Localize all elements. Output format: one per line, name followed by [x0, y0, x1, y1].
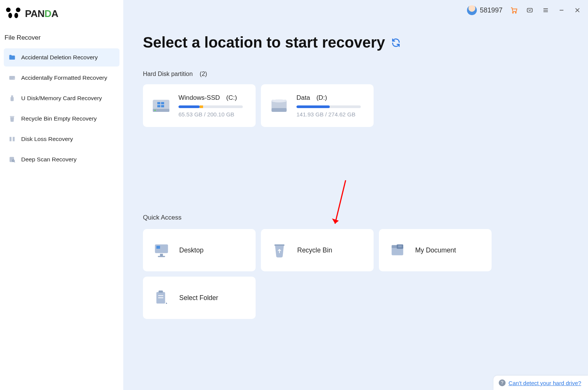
svg-point-1	[14, 79, 14, 79]
sidebar-item-usb[interactable]: U Disk/Memory Card Recovery	[4, 89, 119, 107]
menu-button[interactable]	[541, 6, 550, 15]
sidebar-item-recycle[interactable]: Recycle Bin Empty Recovery	[4, 110, 119, 128]
sidebar-nav: Accidental Deletion Recovery Accidentall…	[4, 48, 119, 171]
partition-section-label: Hard Disk partition (2)	[143, 71, 567, 77]
quick-card-desktop[interactable]: Desktop	[143, 229, 256, 271]
svg-rect-4	[10, 116, 14, 117]
topbar: 581997	[123, 0, 588, 19]
sidebar-item-deep-scan[interactable]: Deep Scan Recovery	[4, 150, 119, 169]
cart-button[interactable]	[509, 6, 518, 15]
svg-rect-24	[272, 108, 287, 112]
svg-rect-30	[275, 245, 285, 246]
svg-rect-2	[11, 96, 13, 97]
refresh-button[interactable]	[391, 38, 401, 48]
inbox-button[interactable]	[525, 6, 534, 15]
sidebar-item-label: Recycle Bin Empty Recovery	[21, 115, 97, 122]
quick-item-label: My Document	[415, 246, 456, 254]
page-title: Select a location to start recovery	[143, 34, 567, 51]
sidebar-item-label: Disk Loss Recovery	[21, 136, 73, 142]
partition-row: Windows-SSD (C:) 65.53 GB / 200.10 GB	[143, 84, 567, 127]
user-id: 581997	[480, 6, 503, 14]
windows-disk-icon	[151, 96, 171, 116]
disk-usage-bar	[178, 105, 243, 108]
help-icon: ?	[499, 379, 506, 386]
svg-rect-37	[158, 291, 163, 293]
document-folder-icon	[389, 241, 406, 259]
disk-size: 141.93 GB / 274.62 GB	[296, 111, 365, 118]
disk-drive-letter: (D:)	[316, 94, 327, 101]
svg-rect-26	[155, 245, 168, 253]
quick-access-label: Quick Access	[143, 214, 567, 221]
sidebar-item-label: U Disk/Memory Card Recovery	[21, 95, 102, 102]
book-open-icon	[8, 135, 16, 143]
disk-card-d[interactable]: Data (D:) 141.93 GB / 274.62 GB	[261, 84, 374, 127]
sidebar-item-label: Deep Scan Recovery	[21, 156, 76, 163]
disk-name: Windows-SSD	[178, 94, 220, 101]
svg-rect-32	[392, 245, 397, 248]
svg-point-19	[154, 110, 156, 111]
disk-icon	[269, 96, 289, 116]
svg-rect-5	[9, 157, 14, 162]
sidebar-item-accidental-deletion[interactable]: Accidental Deletion Recovery	[4, 48, 119, 67]
quick-item-label: Desktop	[179, 246, 203, 254]
sidebar-item-label: Accidental Deletion Recovery	[21, 54, 98, 61]
usb-icon	[8, 94, 16, 102]
svg-rect-0	[9, 76, 15, 80]
quick-card-mydocument[interactable]: My Document	[379, 229, 492, 271]
quick-item-label: Recycle Bin	[297, 246, 332, 254]
svg-rect-22	[157, 104, 164, 105]
svg-point-9	[515, 12, 517, 13]
avatar-icon	[467, 5, 477, 15]
quick-card-recyclebin[interactable]: Recycle Bin	[261, 229, 374, 271]
panda-logo-icon	[6, 8, 23, 20]
svg-rect-27	[157, 246, 160, 249]
sidebar-item-disk-loss[interactable]: Disk Loss Recovery	[4, 130, 119, 148]
brand-logo: PANDA	[4, 6, 119, 34]
user-badge[interactable]: 581997	[467, 5, 503, 15]
sidebar-item-formatted[interactable]: Accidentally Formatted Recovery	[4, 69, 119, 87]
close-button[interactable]	[573, 6, 582, 15]
quick-card-select-folder[interactable]: Select Folder	[143, 277, 256, 319]
folder-icon	[8, 54, 16, 61]
sidebar-section-title: File Recover	[4, 34, 119, 48]
svg-point-8	[512, 12, 514, 13]
svg-rect-33	[397, 245, 403, 249]
minimize-button[interactable]	[557, 6, 566, 15]
main-panel: 581997 Select a location to start recove…	[123, 0, 588, 390]
disk-name: Data	[296, 94, 310, 101]
hdd-icon	[8, 74, 16, 82]
quick-access-grid: Desktop Recycle Bin My Document Select F…	[143, 229, 498, 319]
disk-size: 65.53 GB / 200.10 GB	[178, 111, 247, 118]
desktop-icon	[153, 241, 170, 259]
svg-point-25	[272, 99, 287, 102]
sidebar-item-label: Accidentally Formatted Recovery	[21, 74, 107, 81]
help-pill: ? Can't detect your hard drive?	[493, 376, 588, 390]
svg-rect-28	[160, 254, 163, 256]
page-title-text: Select a location to start recovery	[143, 34, 385, 51]
brand-name: PANDA	[25, 8, 58, 20]
svg-rect-3	[11, 97, 14, 101]
disk-drive-letter: (C:)	[226, 94, 237, 101]
disk-usage-bar	[296, 105, 361, 108]
quick-item-label: Select Folder	[179, 294, 218, 302]
sidebar: PANDA File Recover Accidental Deletion R…	[0, 0, 123, 390]
help-link[interactable]: Can't detect your hard drive?	[509, 380, 581, 386]
clipboard-edit-icon	[153, 289, 170, 306]
search-doc-icon	[8, 156, 16, 163]
svg-rect-29	[158, 256, 165, 257]
trash-icon	[8, 115, 16, 122]
svg-line-7	[14, 161, 15, 162]
disk-card-c[interactable]: Windows-SSD (C:) 65.53 GB / 200.10 GB	[143, 84, 256, 127]
recyclebin-icon	[271, 241, 288, 259]
partition-count: (2)	[200, 71, 207, 77]
